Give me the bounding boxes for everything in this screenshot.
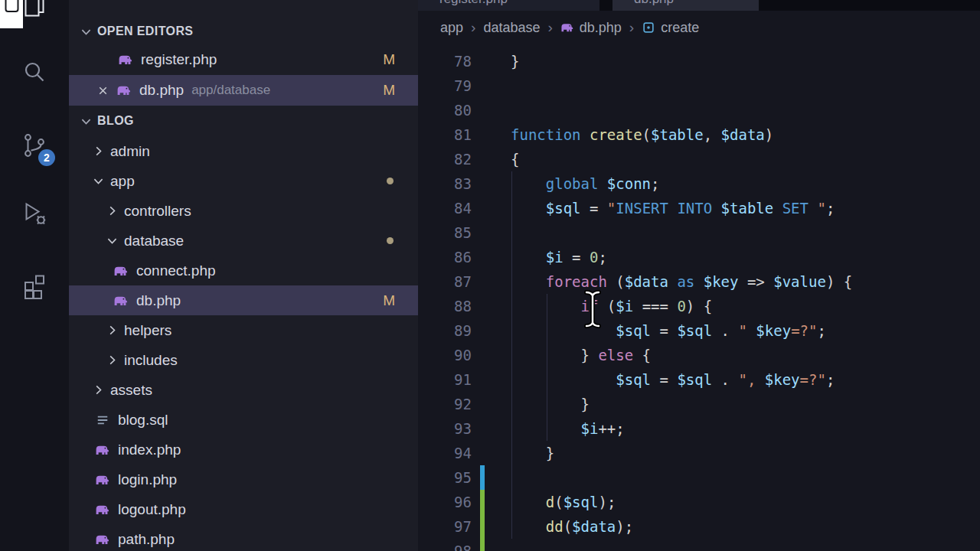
breadcrumb-item-db-php[interactable]: db.php xyxy=(560,20,622,36)
code-text[interactable]: $i = 0; xyxy=(487,245,607,269)
token-pun xyxy=(511,298,581,315)
token-var: $conn xyxy=(607,175,651,192)
tree-item-index-php[interactable]: index.php xyxy=(69,435,418,465)
code-text[interactable] xyxy=(487,220,511,245)
breadcrumb: app›database›db.php›create xyxy=(418,11,980,44)
gutter xyxy=(472,392,487,416)
tree-item-db-php[interactable]: db.phpM xyxy=(69,285,418,315)
code-line-81: 81function create($table, $data) xyxy=(418,122,980,147)
tab-label: db.php xyxy=(612,0,759,7)
code-text[interactable]: } xyxy=(487,392,590,416)
token-pun: ; xyxy=(651,175,659,192)
overlay-window-icon xyxy=(0,0,23,28)
code-line-86: 86 $i = 0; xyxy=(418,245,980,269)
tree-item-login-php[interactable]: login.php xyxy=(69,465,418,494)
code-text[interactable]: foreach ($data as $key => $value) { xyxy=(487,269,852,294)
tree-item-path-php[interactable]: path.php xyxy=(69,524,418,551)
tab-db-php[interactable]: db.php xyxy=(612,0,759,11)
code-text[interactable] xyxy=(487,98,511,122)
tree-item-app[interactable]: app xyxy=(69,166,418,196)
breadcrumb-separator: › xyxy=(629,19,634,36)
code-text[interactable]: $sql = $sql . ", $key=?"; xyxy=(487,367,835,392)
code-text[interactable]: d($sql); xyxy=(487,490,616,514)
code-text[interactable] xyxy=(487,539,511,551)
php-icon xyxy=(116,83,132,98)
token-pun: ); xyxy=(598,494,616,510)
tree-item-includes[interactable]: includes xyxy=(69,345,418,375)
token-pun xyxy=(511,518,546,535)
chevron-right-icon xyxy=(106,324,119,337)
line-number: 90 xyxy=(418,343,472,367)
tree-item-database[interactable]: database xyxy=(69,226,418,256)
symbol-icon xyxy=(642,21,655,34)
code-text[interactable] xyxy=(487,465,511,490)
tree-item-logout-php[interactable]: logout.php xyxy=(69,494,418,524)
token-pun: } xyxy=(511,396,590,412)
open-editors-header[interactable]: OPEN EDITORS xyxy=(69,18,418,44)
file-tree: adminappcontrollersdatabaseconnect.phpdb… xyxy=(69,136,418,551)
folder-label: controllers xyxy=(124,203,191,220)
gutter xyxy=(472,367,487,392)
gutter xyxy=(472,269,487,294)
token-kw: function xyxy=(511,126,590,143)
php-icon xyxy=(118,52,133,67)
code-text[interactable]: $i++; xyxy=(487,416,625,441)
gutter xyxy=(472,147,487,171)
code-text[interactable]: $sql = "INSERT INTO $table SET "; xyxy=(487,196,835,220)
token-num: 0 xyxy=(590,249,598,266)
tree-item-connect-php[interactable]: connect.php xyxy=(69,256,418,285)
code-text[interactable] xyxy=(487,73,511,98)
line-number: 84 xyxy=(418,196,472,220)
extensions-icon[interactable] xyxy=(20,272,49,302)
code-area[interactable]: 78}798081function create($table, $data)8… xyxy=(418,44,980,551)
token-var: $table xyxy=(651,126,704,143)
breadcrumb-item-app[interactable]: app xyxy=(440,20,463,36)
code-line-83: 83 global $conn; xyxy=(418,171,980,196)
gutter xyxy=(472,343,487,367)
token-ctrl: else xyxy=(598,347,633,364)
tree-item-blog-sql[interactable]: blog.sql xyxy=(69,405,418,435)
token-pun: . xyxy=(712,322,738,339)
token-var: $value xyxy=(773,273,826,290)
code-text[interactable]: } xyxy=(487,441,554,465)
run-and-debug-icon[interactable] xyxy=(20,200,49,229)
code-line-78: 78} xyxy=(418,49,980,73)
open-editor-item-register-php[interactable]: register.phpM xyxy=(69,44,418,75)
code-text[interactable]: { xyxy=(487,147,519,171)
explorer-icon[interactable] xyxy=(20,0,49,21)
token-pun xyxy=(511,175,546,192)
git-gutter-added xyxy=(480,539,485,551)
tree-item-assets[interactable]: assets xyxy=(69,375,418,405)
chevron-down-icon xyxy=(80,25,93,38)
breadcrumb-label: database xyxy=(483,20,540,36)
tree-item-helpers[interactable]: helpers xyxy=(69,315,418,345)
code-text[interactable]: dd($data); xyxy=(487,514,633,539)
gutter xyxy=(472,465,487,490)
token-pun xyxy=(511,371,616,388)
tab-register-php[interactable]: register.php xyxy=(418,0,599,11)
project-section-header[interactable]: BLOG xyxy=(69,106,418,136)
search-icon[interactable] xyxy=(20,58,49,87)
folder-label: assets xyxy=(110,382,152,399)
open-editor-item-db-php[interactable]: db.phpapp/databaseM xyxy=(69,75,418,106)
token-pun: ; xyxy=(826,200,835,217)
code-text[interactable]: $sql = $sql . " $key=?"; xyxy=(487,318,826,343)
token-str: =?" xyxy=(800,371,826,388)
token-ctrl: foreach xyxy=(546,273,607,290)
token-var: $i xyxy=(581,420,599,437)
tree-item-controllers[interactable]: controllers xyxy=(69,196,418,226)
gutter xyxy=(472,294,487,318)
line-number: 79 xyxy=(418,73,472,98)
tree-item-admin[interactable]: admin xyxy=(69,136,418,166)
breadcrumb-item-create[interactable]: create xyxy=(642,20,699,36)
line-number: 96 xyxy=(418,490,472,514)
code-text[interactable]: } xyxy=(487,49,519,73)
source-control-icon[interactable]: 2 xyxy=(20,131,49,160)
code-text[interactable]: function create($table, $data) xyxy=(487,122,773,147)
code-text[interactable]: global $conn; xyxy=(487,171,660,196)
token-pun: ( xyxy=(607,273,625,290)
modified-dot xyxy=(387,237,394,244)
file-label: connect.php xyxy=(136,262,216,279)
close-icon[interactable] xyxy=(96,84,109,97)
breadcrumb-item-database[interactable]: database xyxy=(483,20,540,36)
